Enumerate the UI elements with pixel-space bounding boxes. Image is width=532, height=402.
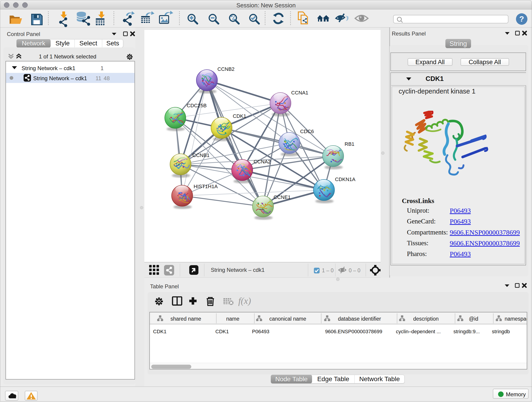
svg-text:?: ? bbox=[519, 14, 524, 23]
svg-text:CDC25B: CDC25B bbox=[187, 103, 207, 108]
svg-text:CCNB1: CCNB1 bbox=[192, 153, 210, 158]
svg-text:description: description bbox=[413, 316, 438, 322]
svg-text:name: name bbox=[226, 316, 239, 322]
svg-text:@id: @id bbox=[469, 316, 478, 322]
svg-text:CDKN1A: CDKN1A bbox=[335, 177, 355, 182]
svg-text:canonical name: canonical name bbox=[269, 316, 306, 322]
svg-text:CDC6: CDC6 bbox=[300, 128, 314, 134]
svg-text:namespace: namespace bbox=[505, 316, 527, 322]
svg-text:CCNB2: CCNB2 bbox=[217, 66, 234, 72]
svg-text:CCNE1: CCNE1 bbox=[273, 194, 291, 200]
svg-text:database identifier: database identifier bbox=[338, 316, 381, 322]
svg-text:CCNA1: CCNA1 bbox=[291, 90, 308, 96]
svg-text:shared name: shared name bbox=[171, 316, 201, 322]
svg-text:RB1: RB1 bbox=[345, 141, 355, 147]
svg-text:CDK1: CDK1 bbox=[233, 113, 246, 119]
svg-text:CCNA2: CCNA2 bbox=[254, 159, 271, 165]
svg-text:HIST1H1A: HIST1H1A bbox=[194, 184, 218, 189]
svg-text:f(x): f(x) bbox=[238, 296, 251, 306]
